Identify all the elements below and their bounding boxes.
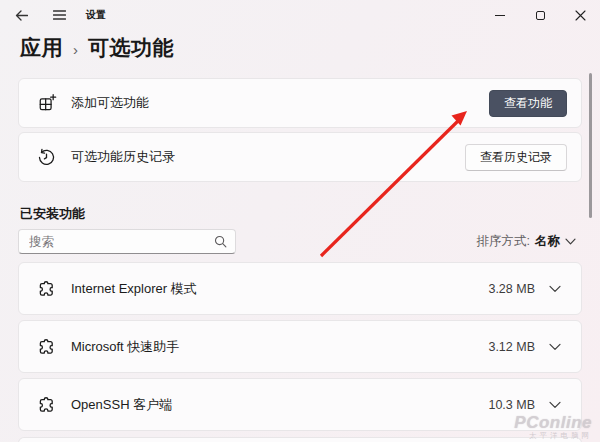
add-feature-label: 添加可选功能 (71, 94, 149, 112)
chevron-down-icon (565, 238, 576, 245)
search-input[interactable] (29, 235, 214, 249)
search-icon (214, 235, 227, 248)
feature-size: 10.3 MB (488, 398, 535, 412)
breadcrumb: 应用 › 可选功能 (20, 34, 174, 62)
minimize-button[interactable] (480, 0, 520, 30)
chevron-down-icon[interactable] (549, 401, 561, 409)
feature-name: Microsoft 快速助手 (71, 338, 179, 356)
maximize-button[interactable] (520, 0, 560, 30)
puzzle-piece-icon (35, 394, 57, 416)
search-box[interactable] (18, 229, 236, 254)
back-button[interactable] (10, 4, 32, 26)
hamburger-menu-icon (53, 10, 66, 20)
history-icon (35, 146, 57, 168)
partial-feature-row[interactable] (18, 437, 582, 442)
maximize-icon (536, 11, 545, 20)
red-annotation-arrow (0, 0, 600, 442)
puzzle-piece-icon (35, 278, 57, 300)
optional-feature-history-card: 可选功能历史记录 查看历史记录 (18, 132, 582, 182)
sort-value: 名称 (535, 233, 560, 250)
puzzle-piece-icon (35, 336, 57, 358)
page-title: 可选功能 (88, 34, 174, 62)
sort-control[interactable]: 排序方式: 名称 (477, 233, 576, 250)
feature-row-quick-assist[interactable]: Microsoft 快速助手 3.12 MB (18, 320, 582, 373)
feature-name: Internet Explorer 模式 (71, 280, 197, 298)
back-arrow-icon (15, 10, 28, 21)
view-history-button[interactable]: 查看历史记录 (465, 144, 567, 171)
minimize-icon (495, 15, 505, 16)
feature-size: 3.28 MB (488, 282, 535, 296)
feature-name: OpenSSH 客户端 (71, 396, 172, 414)
chevron-down-icon[interactable] (549, 285, 561, 293)
scrollbar-thumb[interactable] (589, 73, 592, 218)
titlebar: 设置 (0, 0, 600, 30)
close-button[interactable] (560, 0, 600, 30)
feature-row-openssh-client[interactable]: OpenSSH 客户端 10.3 MB (18, 378, 582, 431)
settings-window: 设置 应用 › 可选功能 添加可选功能 查看功能 (0, 0, 600, 442)
chevron-down-icon[interactable] (549, 343, 561, 351)
app-title: 设置 (86, 8, 106, 22)
view-features-button[interactable]: 查看功能 (489, 90, 567, 117)
close-icon (575, 10, 586, 21)
installed-features-heading: 已安装功能 (20, 205, 85, 223)
navigation-menu-button[interactable] (48, 4, 70, 26)
sort-label: 排序方式: (477, 233, 530, 250)
add-optional-feature-card: 添加可选功能 查看功能 (18, 78, 582, 128)
feature-row-internet-explorer-mode[interactable]: Internet Explorer 模式 3.28 MB (18, 262, 582, 315)
breadcrumb-apps[interactable]: 应用 (20, 34, 63, 62)
feature-size: 3.12 MB (488, 340, 535, 354)
grid-plus-icon (35, 92, 57, 114)
history-label: 可选功能历史记录 (71, 148, 175, 166)
breadcrumb-separator: › (73, 39, 78, 58)
